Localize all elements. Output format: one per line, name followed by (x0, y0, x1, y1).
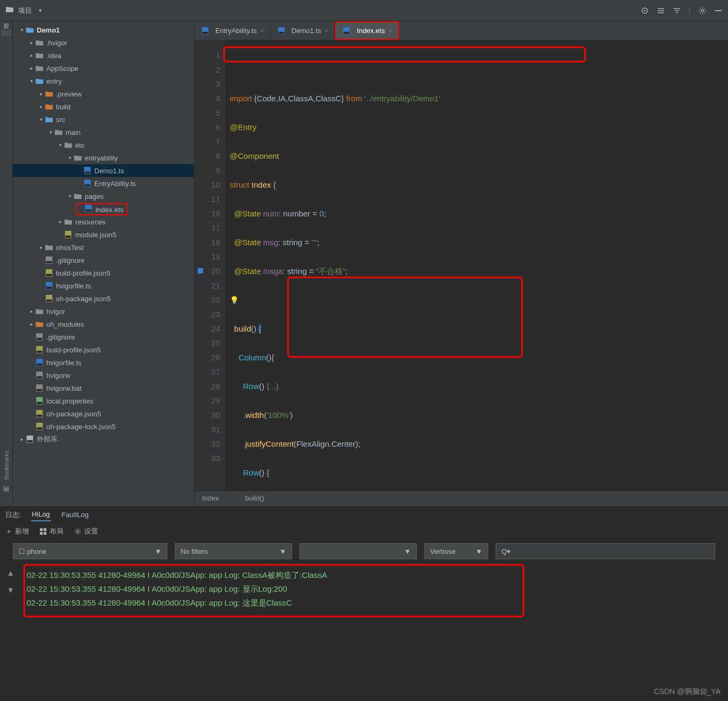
tree-item[interactable]: EntryAbility.ts (13, 177, 194, 190)
gutter: 1234567891011161718192021222324252627282… (195, 41, 225, 490)
bulb-icon[interactable]: 💡 (230, 296, 239, 304)
filter-select[interactable]: No filters▼ (175, 543, 292, 559)
tree-item[interactable]: ▸.idea (13, 49, 194, 62)
tree-item[interactable]: ▸resources (13, 215, 194, 228)
tree-item[interactable]: ▾ets (13, 139, 194, 151)
tree-item[interactable]: hvigorfile.ts (13, 356, 194, 369)
caret-right-icon[interactable]: ▸ (18, 437, 26, 442)
tree-item[interactable]: build-profile.json5 (13, 267, 194, 279)
caret-down-icon[interactable]: ▾ (37, 117, 45, 122)
settings-button[interactable]: 设置 (74, 527, 98, 536)
tree-item[interactable]: ▸oh_modules (13, 318, 194, 331)
tree-item[interactable]: ▸hvigor (13, 305, 194, 318)
code-area[interactable]: import {Code,IA,ClassA,ClassC} from '../… (225, 41, 728, 490)
editor-tab[interactable]: EntryAbility.ts× (195, 21, 271, 40)
chevron-down-icon[interactable]: ▼ (38, 8, 43, 13)
caret-right-icon[interactable]: ▸ (56, 219, 64, 224)
down-icon[interactable]: ▼ (7, 583, 15, 597)
tree-item[interactable]: ▸ohosTest (13, 241, 194, 254)
breadcrumb-item[interactable]: build() (245, 494, 264, 502)
device-select[interactable]: ☐ phone▼ (13, 543, 167, 559)
tree-item[interactable]: Index.ets (13, 203, 194, 215)
tree-item[interactable]: oh-package.json5 (13, 407, 194, 420)
tree-item[interactable]: ▾entryability (13, 151, 194, 164)
log-tab-faultlog[interactable]: FaultLog (61, 509, 90, 521)
tree-item[interactable]: ▾src (13, 113, 194, 126)
caret-down-icon[interactable]: ▾ (66, 194, 74, 199)
folder-icon (45, 244, 53, 251)
tree-item[interactable]: build-profile.json5 (13, 343, 194, 356)
tree-item[interactable]: ▸build (13, 100, 194, 113)
caret-right-icon[interactable]: ▸ (28, 321, 35, 327)
tree-item[interactable]: ▸.hvigor (13, 36, 194, 49)
tag-select[interactable]: ▼ (300, 543, 417, 559)
caret-right-icon[interactable]: ▸ (28, 66, 35, 71)
svg-rect-19 (46, 300, 52, 302)
caret-right-icon[interactable]: ▸ (28, 40, 35, 45)
caret-down-icon[interactable]: ▾ (28, 78, 35, 84)
folder-b-icon (45, 116, 53, 123)
caret-right-icon[interactable]: ▸ (37, 245, 45, 250)
svg-rect-11 (66, 236, 71, 238)
tree-item[interactable]: ▾Demo1 (13, 23, 194, 36)
tree-item-label: AppScope (46, 65, 78, 72)
tree-item[interactable]: ▸.preview (13, 87, 194, 100)
level-select[interactable]: Verbose▼ (424, 543, 488, 559)
ts-icon (83, 167, 92, 174)
tree-item[interactable]: ▸AppScope (13, 62, 194, 75)
editor-tab[interactable]: Demo1.ts× (271, 21, 335, 40)
caret-right-icon[interactable]: ▸ (28, 309, 35, 314)
svg-rect-43 (344, 31, 350, 34)
tree-item-label: EntryAbility.ts (94, 180, 136, 188)
tree-item[interactable]: local.properties (13, 394, 194, 407)
main-toolbar: 项目 ▼ | (0, 0, 728, 21)
expand-icon[interactable] (657, 6, 665, 15)
log-tab-hilog[interactable]: HiLog (31, 508, 51, 521)
svg-rect-29 (37, 389, 43, 391)
tree-item[interactable]: Demo1.ts (13, 164, 194, 177)
tree-item[interactable]: hvigorw.bat (13, 382, 194, 394)
tree-item[interactable]: ▾entry (13, 75, 194, 87)
caret-right-icon[interactable]: ▸ (28, 53, 35, 58)
search-input[interactable]: Q▾ (496, 543, 715, 559)
editor-tab[interactable]: Index.ets× (335, 21, 399, 40)
project-dropdown[interactable] (5, 5, 14, 16)
tree-item[interactable]: ▾pages (13, 190, 194, 203)
tree-item[interactable]: hvigorw (13, 369, 194, 382)
collapse-icon[interactable] (673, 6, 681, 15)
caret-down-icon[interactable]: ▾ (66, 155, 74, 160)
close-icon[interactable]: × (260, 27, 264, 35)
ets-icon (84, 205, 93, 212)
json-icon (64, 231, 72, 238)
breadcrumb-item[interactable]: Index (202, 494, 219, 502)
project-label[interactable]: 项目 (18, 6, 32, 15)
bookmarks-tool-tab[interactable]: Bookmarks (2, 447, 11, 483)
hide-icon[interactable] (714, 6, 723, 15)
svg-point-1 (644, 10, 645, 11)
structure-tool-tab[interactable]: 结构 (1, 494, 11, 500)
tree-item[interactable]: .gitignore (13, 254, 194, 267)
close-icon[interactable]: × (388, 27, 392, 35)
caret-right-icon[interactable]: ▸ (37, 104, 45, 109)
caret-right-icon[interactable]: ▸ (37, 91, 45, 96)
tree-item[interactable]: .gitignore (13, 331, 194, 343)
close-icon[interactable]: × (324, 27, 328, 35)
layout-button[interactable]: 布局 (39, 527, 63, 536)
project-tool-tab[interactable]: 项目 (1, 30, 11, 36)
log-panel: 日志: HiLog FaultLog ＋ 新增 布局 设置 ☐ phone▼ N… (0, 505, 728, 701)
gear-icon[interactable] (698, 6, 707, 15)
caret-down-icon[interactable]: ▾ (18, 27, 26, 33)
locate-icon[interactable] (641, 6, 649, 15)
breakpoint-icon[interactable] (198, 268, 203, 273)
svg-rect-39 (203, 31, 208, 34)
tree-item[interactable]: hvigorfile.ts (13, 279, 194, 292)
up-icon[interactable]: ▲ (7, 566, 15, 580)
caret-down-icon[interactable]: ▾ (47, 130, 54, 135)
caret-down-icon[interactable]: ▾ (56, 142, 64, 148)
tree-item[interactable]: oh-package-lock.json5 (13, 420, 194, 433)
tree-item[interactable]: ▸外部库 (13, 433, 194, 446)
tree-item[interactable]: module.json5 (13, 228, 194, 241)
tree-item[interactable]: ▾main (13, 126, 194, 139)
add-button[interactable]: ＋ 新增 (5, 527, 29, 536)
tree-item[interactable]: oh-package.json5 (13, 292, 194, 305)
